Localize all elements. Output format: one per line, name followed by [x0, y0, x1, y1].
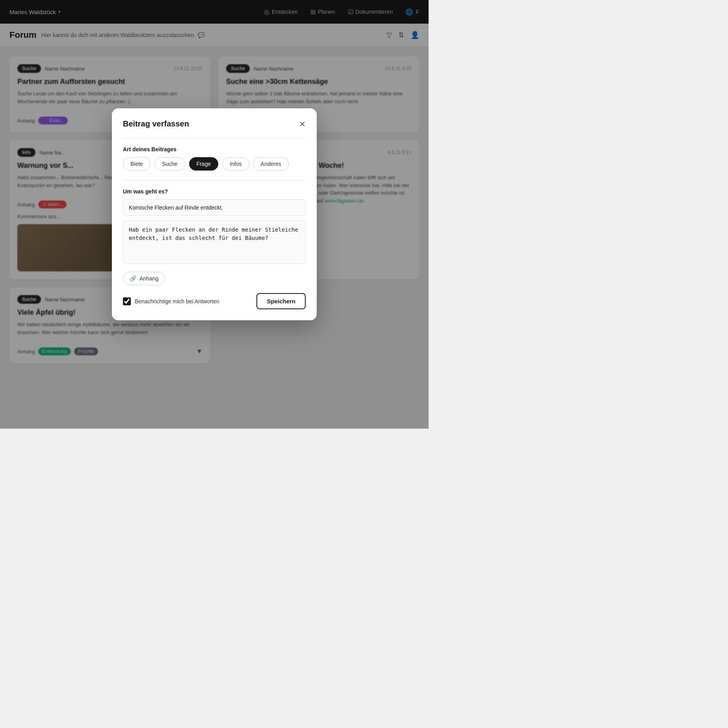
modal-anhang-label: Anhang [139, 275, 158, 282]
modal-anhang-button[interactable]: 🔗 Anhang [123, 272, 165, 285]
compose-modal: Beitrag verfassen ✕ Art deines Beitrages… [112, 108, 317, 320]
modal-divider-2 [123, 180, 306, 180]
modal-overlay[interactable]: Beitrag verfassen ✕ Art deines Beitrages… [0, 0, 429, 429]
type-btn-suche[interactable]: Suche [154, 157, 185, 171]
type-btn-infos[interactable]: Infos [222, 157, 249, 171]
modal-title-input[interactable] [123, 199, 306, 216]
modal-body-input[interactable]: Hab ein paar Flecken an der Rinde meiner… [123, 221, 306, 264]
save-button[interactable]: Speichern [256, 293, 306, 309]
modal-section-art-label: Art deines Beitrages [123, 146, 306, 152]
modal-close-button[interactable]: ✕ [299, 120, 306, 128]
type-btn-biete[interactable]: Biete [123, 157, 150, 171]
modal-divider-1 [123, 138, 306, 138]
link-icon: 🔗 [130, 275, 136, 282]
modal-title: Beitrag verfassen [123, 119, 189, 128]
modal-section-topic-label: Um was geht es? [123, 188, 306, 195]
modal-footer: Benachrichtige mich bei Antworten Speich… [123, 293, 306, 309]
modal-header: Beitrag verfassen ✕ [123, 119, 306, 128]
modal-type-buttons: Biete Suche Frage Infos Anderes [123, 157, 306, 171]
notify-checkbox[interactable] [123, 297, 131, 305]
type-btn-anderes[interactable]: Anderes [253, 157, 289, 171]
type-btn-frage[interactable]: Frage [189, 157, 219, 171]
notify-label: Benachrichtige mich bei Antworten [135, 298, 219, 305]
modal-checkbox-row: Benachrichtige mich bei Antworten [123, 297, 219, 305]
